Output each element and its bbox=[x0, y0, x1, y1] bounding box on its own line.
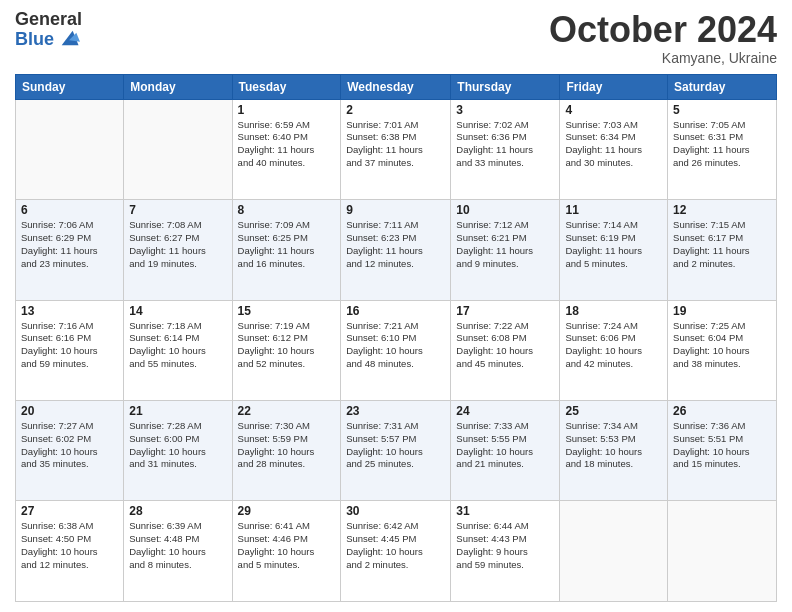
day-info: Sunrise: 6:59 AM Sunset: 6:40 PM Dayligh… bbox=[238, 119, 336, 170]
day-info: Sunrise: 7:30 AM Sunset: 5:59 PM Dayligh… bbox=[238, 420, 336, 471]
day-info: Sunrise: 7:25 AM Sunset: 6:04 PM Dayligh… bbox=[673, 320, 771, 371]
day-number: 10 bbox=[456, 203, 554, 217]
day-info: Sunrise: 7:28 AM Sunset: 6:00 PM Dayligh… bbox=[129, 420, 226, 471]
calendar-cell: 25Sunrise: 7:34 AM Sunset: 5:53 PM Dayli… bbox=[560, 401, 668, 501]
day-number: 12 bbox=[673, 203, 771, 217]
day-info: Sunrise: 7:11 AM Sunset: 6:23 PM Dayligh… bbox=[346, 219, 445, 270]
day-info: Sunrise: 6:41 AM Sunset: 4:46 PM Dayligh… bbox=[238, 520, 336, 571]
day-info: Sunrise: 7:16 AM Sunset: 6:16 PM Dayligh… bbox=[21, 320, 118, 371]
calendar-cell: 7Sunrise: 7:08 AM Sunset: 6:27 PM Daylig… bbox=[124, 200, 232, 300]
calendar-cell bbox=[668, 501, 777, 602]
logo-blue-text: Blue bbox=[15, 30, 54, 50]
day-number: 21 bbox=[129, 404, 226, 418]
calendar-cell: 12Sunrise: 7:15 AM Sunset: 6:17 PM Dayli… bbox=[668, 200, 777, 300]
day-number: 28 bbox=[129, 504, 226, 518]
day-number: 27 bbox=[21, 504, 118, 518]
calendar-header-thursday: Thursday bbox=[451, 74, 560, 99]
day-number: 30 bbox=[346, 504, 445, 518]
day-info: Sunrise: 6:42 AM Sunset: 4:45 PM Dayligh… bbox=[346, 520, 445, 571]
calendar-header-sunday: Sunday bbox=[16, 74, 124, 99]
calendar-cell bbox=[16, 99, 124, 199]
calendar-cell: 8Sunrise: 7:09 AM Sunset: 6:25 PM Daylig… bbox=[232, 200, 341, 300]
day-number: 16 bbox=[346, 304, 445, 318]
day-number: 8 bbox=[238, 203, 336, 217]
calendar-cell: 9Sunrise: 7:11 AM Sunset: 6:23 PM Daylig… bbox=[341, 200, 451, 300]
day-info: Sunrise: 7:06 AM Sunset: 6:29 PM Dayligh… bbox=[21, 219, 118, 270]
day-info: Sunrise: 7:03 AM Sunset: 6:34 PM Dayligh… bbox=[565, 119, 662, 170]
day-number: 6 bbox=[21, 203, 118, 217]
day-info: Sunrise: 7:31 AM Sunset: 5:57 PM Dayligh… bbox=[346, 420, 445, 471]
calendar-cell: 21Sunrise: 7:28 AM Sunset: 6:00 PM Dayli… bbox=[124, 401, 232, 501]
calendar-header-row: SundayMondayTuesdayWednesdayThursdayFrid… bbox=[16, 74, 777, 99]
day-number: 26 bbox=[673, 404, 771, 418]
day-number: 3 bbox=[456, 103, 554, 117]
calendar-cell: 3Sunrise: 7:02 AM Sunset: 6:36 PM Daylig… bbox=[451, 99, 560, 199]
calendar-cell: 24Sunrise: 7:33 AM Sunset: 5:55 PM Dayli… bbox=[451, 401, 560, 501]
day-info: Sunrise: 7:27 AM Sunset: 6:02 PM Dayligh… bbox=[21, 420, 118, 471]
calendar-cell: 17Sunrise: 7:22 AM Sunset: 6:08 PM Dayli… bbox=[451, 300, 560, 400]
day-number: 9 bbox=[346, 203, 445, 217]
calendar-cell: 20Sunrise: 7:27 AM Sunset: 6:02 PM Dayli… bbox=[16, 401, 124, 501]
calendar-cell: 6Sunrise: 7:06 AM Sunset: 6:29 PM Daylig… bbox=[16, 200, 124, 300]
day-info: Sunrise: 7:34 AM Sunset: 5:53 PM Dayligh… bbox=[565, 420, 662, 471]
day-info: Sunrise: 7:14 AM Sunset: 6:19 PM Dayligh… bbox=[565, 219, 662, 270]
calendar-header-tuesday: Tuesday bbox=[232, 74, 341, 99]
month-title: October 2024 bbox=[549, 10, 777, 50]
calendar-cell: 10Sunrise: 7:12 AM Sunset: 6:21 PM Dayli… bbox=[451, 200, 560, 300]
day-number: 18 bbox=[565, 304, 662, 318]
calendar-cell: 23Sunrise: 7:31 AM Sunset: 5:57 PM Dayli… bbox=[341, 401, 451, 501]
calendar-header-wednesday: Wednesday bbox=[341, 74, 451, 99]
day-info: Sunrise: 7:15 AM Sunset: 6:17 PM Dayligh… bbox=[673, 219, 771, 270]
day-number: 4 bbox=[565, 103, 662, 117]
day-number: 29 bbox=[238, 504, 336, 518]
day-number: 17 bbox=[456, 304, 554, 318]
day-info: Sunrise: 7:36 AM Sunset: 5:51 PM Dayligh… bbox=[673, 420, 771, 471]
day-info: Sunrise: 7:22 AM Sunset: 6:08 PM Dayligh… bbox=[456, 320, 554, 371]
day-info: Sunrise: 7:05 AM Sunset: 6:31 PM Dayligh… bbox=[673, 119, 771, 170]
calendar-cell: 30Sunrise: 6:42 AM Sunset: 4:45 PM Dayli… bbox=[341, 501, 451, 602]
calendar-cell: 15Sunrise: 7:19 AM Sunset: 6:12 PM Dayli… bbox=[232, 300, 341, 400]
day-number: 11 bbox=[565, 203, 662, 217]
calendar-cell: 4Sunrise: 7:03 AM Sunset: 6:34 PM Daylig… bbox=[560, 99, 668, 199]
title-block: October 2024 Kamyane, Ukraine bbox=[549, 10, 777, 66]
day-info: Sunrise: 7:01 AM Sunset: 6:38 PM Dayligh… bbox=[346, 119, 445, 170]
day-number: 31 bbox=[456, 504, 554, 518]
day-number: 25 bbox=[565, 404, 662, 418]
day-number: 5 bbox=[673, 103, 771, 117]
day-number: 22 bbox=[238, 404, 336, 418]
day-number: 15 bbox=[238, 304, 336, 318]
day-info: Sunrise: 7:24 AM Sunset: 6:06 PM Dayligh… bbox=[565, 320, 662, 371]
calendar-cell bbox=[124, 99, 232, 199]
day-info: Sunrise: 7:12 AM Sunset: 6:21 PM Dayligh… bbox=[456, 219, 554, 270]
calendar-cell: 27Sunrise: 6:38 AM Sunset: 4:50 PM Dayli… bbox=[16, 501, 124, 602]
calendar-cell: 19Sunrise: 7:25 AM Sunset: 6:04 PM Dayli… bbox=[668, 300, 777, 400]
calendar-cell bbox=[560, 501, 668, 602]
location: Kamyane, Ukraine bbox=[549, 50, 777, 66]
calendar-cell: 11Sunrise: 7:14 AM Sunset: 6:19 PM Dayli… bbox=[560, 200, 668, 300]
logo-icon bbox=[58, 27, 80, 49]
logo: General Blue bbox=[15, 10, 82, 50]
day-info: Sunrise: 6:39 AM Sunset: 4:48 PM Dayligh… bbox=[129, 520, 226, 571]
calendar-header-saturday: Saturday bbox=[668, 74, 777, 99]
calendar-cell: 29Sunrise: 6:41 AM Sunset: 4:46 PM Dayli… bbox=[232, 501, 341, 602]
day-number: 13 bbox=[21, 304, 118, 318]
day-info: Sunrise: 7:08 AM Sunset: 6:27 PM Dayligh… bbox=[129, 219, 226, 270]
day-info: Sunrise: 7:09 AM Sunset: 6:25 PM Dayligh… bbox=[238, 219, 336, 270]
day-number: 14 bbox=[129, 304, 226, 318]
day-info: Sunrise: 7:21 AM Sunset: 6:10 PM Dayligh… bbox=[346, 320, 445, 371]
calendar-cell: 22Sunrise: 7:30 AM Sunset: 5:59 PM Dayli… bbox=[232, 401, 341, 501]
calendar-cell: 26Sunrise: 7:36 AM Sunset: 5:51 PM Dayli… bbox=[668, 401, 777, 501]
calendar-cell: 13Sunrise: 7:16 AM Sunset: 6:16 PM Dayli… bbox=[16, 300, 124, 400]
day-number: 24 bbox=[456, 404, 554, 418]
day-number: 1 bbox=[238, 103, 336, 117]
day-info: Sunrise: 6:44 AM Sunset: 4:43 PM Dayligh… bbox=[456, 520, 554, 571]
day-info: Sunrise: 7:33 AM Sunset: 5:55 PM Dayligh… bbox=[456, 420, 554, 471]
calendar-cell: 2Sunrise: 7:01 AM Sunset: 6:38 PM Daylig… bbox=[341, 99, 451, 199]
day-number: 20 bbox=[21, 404, 118, 418]
day-number: 2 bbox=[346, 103, 445, 117]
day-info: Sunrise: 7:18 AM Sunset: 6:14 PM Dayligh… bbox=[129, 320, 226, 371]
calendar-cell: 1Sunrise: 6:59 AM Sunset: 6:40 PM Daylig… bbox=[232, 99, 341, 199]
day-info: Sunrise: 7:19 AM Sunset: 6:12 PM Dayligh… bbox=[238, 320, 336, 371]
calendar-cell: 31Sunrise: 6:44 AM Sunset: 4:43 PM Dayli… bbox=[451, 501, 560, 602]
calendar-header-monday: Monday bbox=[124, 74, 232, 99]
